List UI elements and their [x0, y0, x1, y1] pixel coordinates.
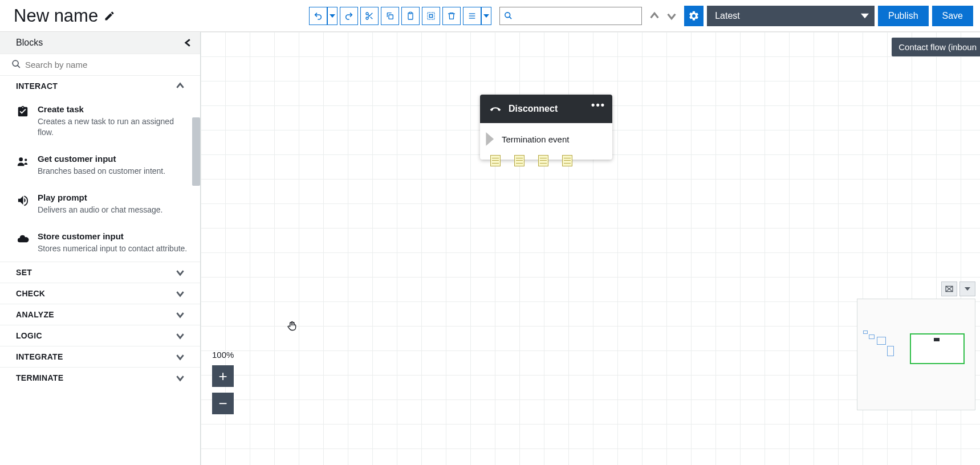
svg-line-14	[510, 17, 512, 19]
zoom-controls: 100% + −	[212, 350, 234, 414]
block-title: Create task	[38, 104, 189, 114]
flow-canvas[interactable]: Contact flow (inboun Disconnect ••• Term…	[201, 32, 980, 465]
block-desc: Delivers an audio or chat message.	[38, 205, 162, 215]
category-set[interactable]: SET	[0, 262, 200, 283]
node-body: Termination event	[480, 123, 612, 160]
category-interact[interactable]: INTERACT	[0, 76, 200, 96]
sidebar-header: Blocks	[0, 32, 200, 54]
audio-icon	[16, 194, 30, 215]
category-label: INTERACT	[16, 81, 58, 91]
svg-point-18	[25, 158, 27, 161]
svg-rect-8	[428, 13, 434, 19]
main-area: Blocks INTERACT Create task Cr	[0, 32, 980, 465]
cut-button[interactable]	[360, 7, 379, 25]
note-icon[interactable]	[514, 155, 524, 166]
category-label: TERMINATE	[16, 373, 63, 382]
category-logic[interactable]: LOGIC	[0, 325, 200, 346]
undo-dropdown[interactable]	[327, 7, 337, 25]
publish-button[interactable]: Publish	[878, 6, 928, 26]
note-icon[interactable]	[490, 155, 501, 166]
search-icon	[504, 11, 513, 20]
edit-title-icon[interactable]	[104, 10, 115, 22]
fit-view-button[interactable]	[941, 282, 957, 296]
minimap-node	[877, 337, 886, 345]
zoom-out-button[interactable]: −	[212, 393, 234, 414]
block-desc: Stores numerical input to contact attrib…	[38, 243, 187, 254]
svg-rect-6	[408, 13, 413, 19]
sidebar-scrollbar[interactable]	[192, 117, 200, 186]
chevron-up-icon	[176, 82, 184, 90]
category-terminate[interactable]: TERMINATE	[0, 367, 200, 388]
disconnect-icon	[489, 103, 502, 115]
page-title: New name	[14, 6, 98, 26]
svg-line-4	[368, 14, 370, 16]
node-menu-icon[interactable]: •••	[591, 99, 605, 111]
block-store-customer-input[interactable]: Store customer input Stores numerical in…	[0, 223, 200, 262]
sidebar-body[interactable]: INTERACT Create task Creates a new task …	[0, 76, 200, 465]
search-prev[interactable]	[648, 9, 661, 23]
minimap-node	[863, 331, 868, 334]
customer-icon	[16, 155, 30, 177]
settings-button[interactable]	[684, 6, 704, 26]
node-header[interactable]: Disconnect •••	[480, 95, 612, 123]
category-label: SET	[16, 268, 32, 277]
category-check[interactable]: CHECK	[0, 283, 200, 304]
chevron-down-icon	[176, 353, 184, 361]
version-dropdown[interactable]: Latest	[707, 6, 875, 26]
chevron-down-icon	[861, 12, 869, 20]
blocks-sidebar: Blocks INTERACT Create task Cr	[0, 32, 201, 465]
category-label: LOGIC	[16, 331, 42, 340]
redo-button[interactable]	[340, 7, 358, 25]
topbar: New name	[0, 0, 980, 32]
block-title: Store customer input	[38, 231, 187, 241]
select-all-button[interactable]	[422, 7, 440, 25]
block-title: Play prompt	[38, 193, 162, 202]
copy-button[interactable]	[381, 7, 399, 25]
category-label: ANALYZE	[16, 310, 54, 319]
chevron-down-icon	[176, 374, 184, 382]
minimap-node	[887, 346, 894, 356]
canvas-search-input[interactable]	[499, 7, 642, 25]
zoom-in-button[interactable]: +	[212, 365, 234, 387]
block-play-prompt[interactable]: Play prompt Delivers an audio or chat me…	[0, 185, 200, 223]
arrange-button[interactable]	[463, 7, 481, 25]
note-icon[interactable]	[562, 155, 572, 166]
block-get-customer-input[interactable]: Get customer input Branches based on cus…	[0, 146, 200, 185]
delete-button[interactable]	[442, 7, 461, 25]
search-next[interactable]	[665, 9, 678, 23]
zoom-percentage: 100%	[212, 350, 234, 360]
svg-point-13	[505, 13, 510, 18]
minimap-toggle-dropdown[interactable]	[959, 282, 975, 296]
category-analyze[interactable]: ANALYZE	[0, 304, 200, 325]
note-icon[interactable]	[538, 155, 548, 166]
minimap-node	[869, 335, 875, 339]
chevron-down-icon	[176, 332, 184, 340]
sidebar-search-input[interactable]	[0, 54, 200, 75]
paste-button[interactable]	[401, 7, 420, 25]
node-input-port[interactable]	[486, 132, 496, 146]
canvas-search	[499, 7, 642, 25]
sidebar-collapse-icon[interactable]	[184, 39, 192, 47]
block-title: Get customer input	[38, 154, 165, 164]
arrange-dropdown[interactable]	[481, 7, 491, 25]
minimap[interactable]	[857, 299, 975, 410]
svg-rect-7	[409, 12, 412, 14]
svg-rect-5	[389, 15, 393, 19]
store-icon	[16, 232, 30, 254]
svg-point-0	[366, 13, 368, 15]
block-desc: Branches based on customer intent.	[38, 166, 165, 177]
save-button[interactable]: Save	[932, 6, 973, 26]
undo-button[interactable]	[309, 7, 327, 25]
sidebar-search	[0, 54, 200, 76]
block-create-task[interactable]: Create task Creates a new task to run an…	[0, 96, 200, 146]
node-notes	[490, 155, 572, 166]
flow-title-area: New name	[14, 6, 115, 26]
sidebar-title: Blocks	[16, 38, 43, 48]
search-nav	[648, 9, 678, 23]
search-icon	[11, 59, 21, 69]
task-icon	[16, 105, 30, 138]
category-integrate[interactable]: INTEGRATE	[0, 346, 200, 367]
node-title: Disconnect	[509, 104, 558, 114]
disconnect-node[interactable]: Disconnect ••• Termination event	[480, 95, 612, 160]
svg-line-2	[368, 13, 373, 17]
